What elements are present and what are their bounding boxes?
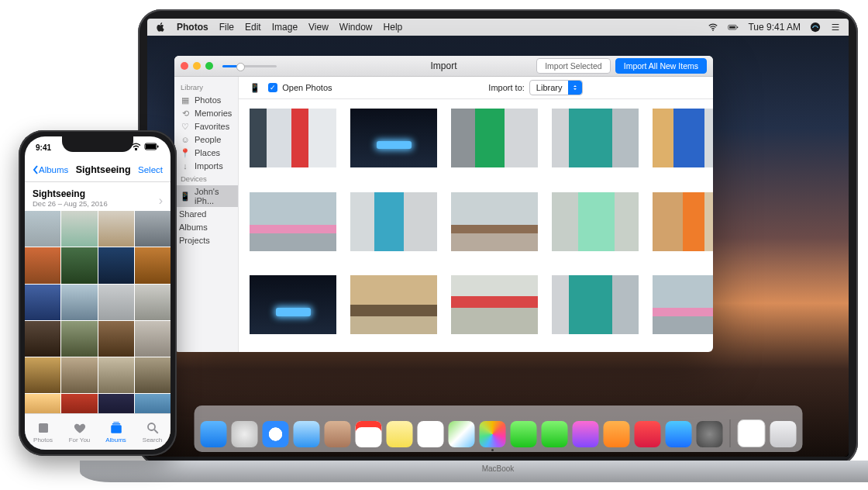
launchpad-icon[interactable] (231, 421, 257, 447)
photo-thumb[interactable] (25, 211, 60, 247)
import-thumb[interactable] (250, 109, 336, 167)
import-thumb[interactable] (552, 109, 639, 167)
notification-center-icon[interactable] (830, 22, 841, 33)
sidebar-item-projects[interactable]: Projects (174, 234, 238, 247)
import-thumb[interactable] (451, 192, 538, 251)
photo-thumb[interactable] (61, 357, 97, 393)
photos-tab[interactable]: Photos (25, 414, 61, 450)
apple-logo-icon[interactable] (155, 22, 166, 33)
albums-tab[interactable]: Albums (98, 414, 134, 450)
sidebar-item-places[interactable]: 📍Places (174, 147, 238, 159)
safari-icon[interactable] (262, 421, 288, 447)
back-button[interactable]: Albums (33, 165, 68, 174)
trash-icon[interactable] (770, 421, 796, 447)
sidebar-item-photos[interactable]: ▦Photos (174, 94, 238, 106)
import-all-new-button[interactable]: Import All New Items (615, 58, 707, 74)
for-you-tab[interactable]: For You (61, 414, 98, 450)
photo-thumb[interactable] (61, 247, 97, 283)
import-thumb[interactable] (350, 275, 437, 334)
messages-icon[interactable] (510, 421, 536, 447)
menu-edit[interactable]: Edit (245, 22, 261, 33)
photo-thumb[interactable] (25, 247, 60, 283)
photo-thumb[interactable] (135, 321, 170, 357)
import-thumb[interactable] (451, 275, 538, 334)
photo-thumb[interactable] (25, 285, 60, 320)
menu-view[interactable]: View (308, 22, 329, 33)
search-tab[interactable]: Search (134, 414, 170, 450)
import-thumb[interactable] (350, 109, 437, 167)
sidebar-item-albums[interactable]: Albums (174, 221, 238, 233)
import-thumb[interactable] (653, 275, 713, 334)
open-photos-checkbox[interactable]: ✓ Open Photos (268, 83, 332, 92)
photo-thumb[interactable] (98, 247, 134, 283)
sidebar-item-shared[interactable]: Shared (174, 208, 238, 220)
calendar-icon[interactable] (355, 421, 381, 447)
import-thumb[interactable] (250, 275, 336, 334)
import-thumb[interactable] (451, 109, 538, 167)
import-selected-button[interactable]: Import Selected (536, 58, 611, 74)
photo-thumb[interactable] (25, 357, 60, 393)
svg-point-0 (713, 29, 715, 31)
import-thumb[interactable] (552, 192, 639, 251)
import-thumb[interactable] (250, 192, 336, 251)
wifi-icon[interactable] (708, 22, 718, 33)
photo-thumb[interactable] (135, 357, 170, 393)
notes-icon[interactable] (386, 421, 412, 447)
import-thumbnail-grid[interactable] (239, 99, 713, 352)
import-thumb[interactable] (653, 109, 713, 167)
mail-icon[interactable] (293, 421, 319, 447)
menu-file[interactable]: File (219, 22, 234, 33)
import-thumb[interactable] (653, 192, 713, 251)
menu-window[interactable]: Window (339, 22, 373, 33)
photo-thumb[interactable] (61, 321, 97, 357)
itunes-icon[interactable] (572, 421, 598, 447)
battery-icon[interactable] (728, 22, 739, 33)
photo-thumb[interactable] (135, 247, 170, 283)
battery-icon (144, 143, 160, 152)
photo-thumb[interactable] (135, 211, 170, 247)
import-to-dropdown[interactable]: Library (529, 80, 584, 95)
app-store-icon[interactable] (665, 421, 691, 447)
minimize-window-icon[interactable] (193, 62, 201, 70)
photos-sidebar[interactable]: Library ▦Photos ⟲Memories ♡Favorites ☺Pe… (174, 77, 239, 352)
menubar-app-name[interactable]: Photos (177, 22, 208, 33)
sidebar-item-imports[interactable]: ↓Imports (174, 160, 238, 172)
close-window-icon[interactable] (181, 62, 188, 70)
sidebar-item-people[interactable]: ☺People (174, 133, 238, 146)
siri-icon[interactable] (810, 22, 821, 33)
thumbnail-zoom-slider[interactable] (222, 65, 277, 67)
sidebar-item-favorites[interactable]: ♡Favorites (174, 120, 238, 133)
photo-thumb[interactable] (98, 285, 134, 320)
photo-thumb[interactable] (61, 285, 97, 320)
photo-thumb[interactable] (98, 211, 134, 247)
menubar-clock[interactable]: Tue 9:41 AM (748, 22, 801, 33)
photo-thumb[interactable] (98, 357, 134, 393)
sidebar-item-device[interactable]: 📱John's iPh... (174, 185, 238, 207)
photo-thumb[interactable] (135, 285, 170, 320)
maps-icon[interactable] (448, 421, 474, 447)
import-thumb[interactable] (552, 275, 639, 334)
select-button[interactable]: Select (138, 165, 163, 174)
news-icon[interactable] (634, 421, 660, 447)
album-header[interactable]: Sightseeing Dec 26 – Aug 25, 2016 › (25, 182, 170, 211)
reminders-icon[interactable] (417, 421, 443, 447)
menu-image[interactable]: Image (272, 22, 298, 33)
macos-menubar[interactable]: Photos File Edit Image View Window Help … (147, 19, 849, 36)
contacts-icon[interactable] (324, 421, 350, 447)
photos-dock-icon[interactable] (479, 421, 505, 447)
system-preferences-icon[interactable] (696, 421, 722, 447)
iphone-notch (62, 136, 133, 152)
ibooks-icon[interactable] (603, 421, 629, 447)
zoom-window-icon[interactable] (205, 62, 213, 70)
photos-window[interactable]: Import Import Selected Import All New It… (174, 56, 713, 352)
import-thumb[interactable] (350, 192, 437, 251)
photo-thumb[interactable] (98, 321, 134, 357)
downloads-stack-icon[interactable] (737, 419, 765, 447)
facetime-icon[interactable] (541, 421, 567, 447)
photo-thumb[interactable] (25, 321, 60, 357)
sidebar-item-memories[interactable]: ⟲Memories (174, 107, 238, 119)
macos-dock[interactable] (194, 405, 802, 452)
menu-help[interactable]: Help (384, 22, 403, 33)
photo-thumb[interactable] (61, 211, 97, 247)
finder-icon[interactable] (200, 421, 226, 447)
